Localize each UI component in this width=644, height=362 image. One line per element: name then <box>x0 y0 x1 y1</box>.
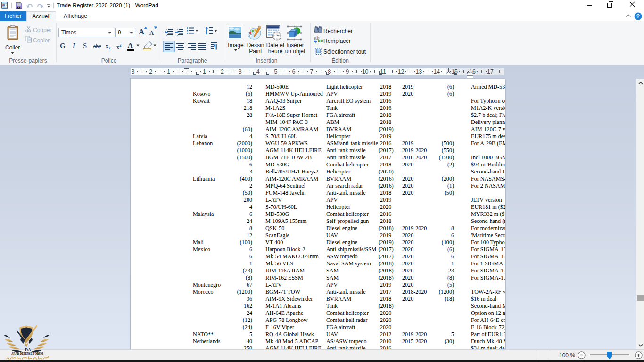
svg-text:?: ? <box>636 13 640 20</box>
svg-text:ARAB DEFENSE FORUM: ARAB DEFENSE FORUM <box>11 352 43 356</box>
